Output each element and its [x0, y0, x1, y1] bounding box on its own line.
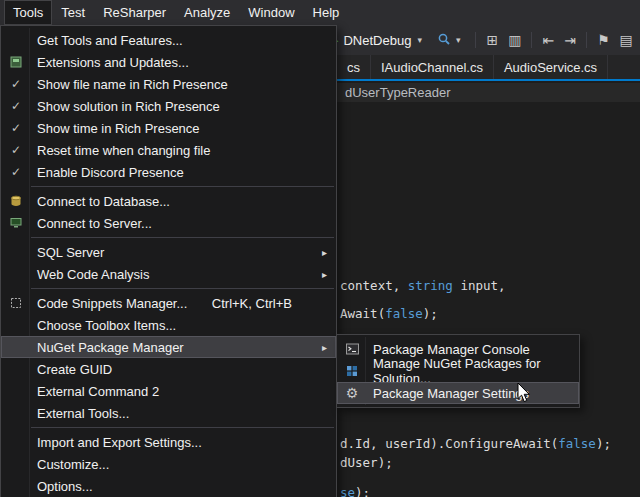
- new-window-icon[interactable]: ⊞: [486, 33, 498, 47]
- extensions-icon: [5, 56, 27, 68]
- menu-item-label: Extensions and Updates...: [37, 55, 189, 70]
- code-line: context, string input,: [340, 278, 506, 293]
- menu-item-external-command-2[interactable]: External Command 2: [1, 380, 336, 402]
- database-icon: [5, 195, 27, 207]
- menu-item-connect-to-database[interactable]: Connect to Database...: [1, 190, 336, 212]
- menu-item-shortcut: Ctrl+K, Ctrl+B: [212, 296, 292, 311]
- submenu-arrow-icon: ▸: [322, 342, 327, 353]
- nuget-submenu: Package Manager Console Manage NuGet Pac…: [336, 334, 580, 408]
- menu-item-label: Web Code Analysis: [37, 267, 150, 282]
- menu-item-extensions-and-updates[interactable]: Extensions and Updates...: [1, 51, 336, 73]
- menu-item-get-tools-and-features[interactable]: Get Tools and Features...: [1, 29, 336, 51]
- menubar-item-help[interactable]: Help: [304, 0, 349, 25]
- run-target-caret-icon[interactable]: ▾: [417, 35, 422, 45]
- menu-separator: [31, 186, 334, 187]
- menubar-item-test[interactable]: Test: [52, 0, 94, 25]
- menu-bar: Tools Test ReSharper Analyze Window Help: [0, 0, 640, 25]
- menu-item-label: Show time in Rich Presence: [37, 121, 200, 136]
- menu-item-label: Code Snippets Manager...: [37, 296, 187, 311]
- check-icon: ✓: [5, 78, 27, 90]
- menu-item-code-snippets-manager[interactable]: Code Snippets Manager... Ctrl+K, Ctrl+B: [1, 292, 336, 314]
- switch-window-icon[interactable]: ▥: [508, 33, 521, 47]
- toolbar-separator: [475, 32, 476, 48]
- check-icon: ✓: [5, 122, 27, 134]
- menu-item-label: Package Manager Console: [373, 342, 530, 357]
- find-icon[interactable]: [437, 32, 451, 48]
- task-list-icon[interactable]: ▤: [619, 33, 632, 47]
- tab-iaudiochannel[interactable]: IAudioChannel.cs: [371, 55, 494, 79]
- menu-item-label: Enable Discord Presence: [37, 165, 184, 180]
- menu-item-label: Connect to Server...: [37, 216, 152, 231]
- menu-item-label: External Command 2: [37, 384, 159, 399]
- menu-item-label: Customize...: [37, 457, 109, 472]
- menu-item-create-guid[interactable]: Create GUID: [1, 358, 336, 380]
- menu-separator: [31, 237, 334, 238]
- menu-item-label: Show file name in Rich Presence: [37, 77, 228, 92]
- mouse-cursor-icon: [517, 383, 533, 405]
- code-line: dUser);: [340, 455, 393, 470]
- menu-item-label: Choose Toolbox Items...: [37, 318, 176, 333]
- breadcrumb[interactable]: dUserTypeReader: [345, 85, 451, 100]
- check-icon: ✓: [5, 144, 27, 156]
- menu-item-show-solution-in-rich-presence[interactable]: ✓Show solution in Rich Presence: [1, 95, 336, 117]
- packages-icon: [341, 365, 363, 377]
- menu-item-label: External Tools...: [37, 406, 129, 421]
- menu-item-show-file-name-in-rich-presence[interactable]: ✓Show file name in Rich Presence: [1, 73, 336, 95]
- menubar-item-tools[interactable]: Tools: [4, 0, 52, 25]
- menubar-item-resharper[interactable]: ReSharper: [94, 0, 175, 25]
- menu-item-customize[interactable]: Customize...: [1, 453, 336, 475]
- tab-partial[interactable]: cs: [337, 55, 371, 79]
- tools-menu: Get Tools and Features... Extensions and…: [0, 25, 337, 497]
- menu-item-enable-discord-presence[interactable]: ✓Enable Discord Presence: [1, 161, 336, 183]
- menu-item-import-and-export-settings[interactable]: Import and Export Settings...: [1, 431, 336, 453]
- toolbar-separator: [586, 32, 587, 48]
- menu-item-show-time-in-rich-presence[interactable]: ✓Show time in Rich Presence: [1, 117, 336, 139]
- menu-item-reset-time-when-changing-file[interactable]: ✓Reset time when changing file: [1, 139, 336, 161]
- menu-item-options[interactable]: Options...: [1, 475, 336, 497]
- tab-audioservice[interactable]: AudioService.cs: [494, 55, 608, 79]
- menu-item-label: Create GUID: [37, 362, 112, 377]
- code-line: se);: [340, 485, 370, 497]
- find-caret-icon[interactable]: ▾: [456, 35, 461, 45]
- menu-item-label: Package Manager Settings: [373, 386, 529, 401]
- check-icon: ✓: [5, 166, 27, 178]
- indent-increase-icon[interactable]: ⇥: [564, 33, 576, 47]
- menu-item-external-tools[interactable]: External Tools...: [1, 402, 336, 424]
- menu-separator: [31, 288, 334, 289]
- menu-item-nuget-package-manager[interactable]: NuGet Package Manager▸: [1, 336, 336, 358]
- menu-item-sql-server[interactable]: SQL Server▸: [1, 241, 336, 263]
- console-icon: [341, 343, 363, 355]
- menu-item-label: Import and Export Settings...: [37, 435, 202, 450]
- toolbar-separator: [531, 32, 532, 48]
- vs-window: context, string input, Await(false); d.I…: [0, 0, 640, 497]
- menubar-item-analyze[interactable]: Analyze: [175, 0, 239, 25]
- menu-item-package-manager-settings[interactable]: ⚙ Package Manager Settings: [337, 382, 579, 404]
- code-line: d.Id, userId).ConfigureAwait(false);: [340, 436, 611, 451]
- menu-item-web-code-analysis[interactable]: Web Code Analysis▸: [1, 263, 336, 285]
- gear-icon: ⚙: [341, 386, 363, 400]
- code-line: Await(false);: [340, 306, 438, 321]
- menu-item-label: Options...: [37, 479, 93, 494]
- snippets-icon: [5, 297, 27, 309]
- menu-item-manage-nuget-packages-for-solution[interactable]: Manage NuGet Packages for Solution...: [337, 360, 579, 382]
- menu-separator: [31, 427, 334, 428]
- menu-item-label: SQL Server: [37, 245, 104, 260]
- menu-item-label: Get Tools and Features...: [37, 33, 183, 48]
- server-icon: [5, 217, 27, 229]
- indent-decrease-icon[interactable]: ⇤: [542, 33, 554, 47]
- menubar-item-window[interactable]: Window: [239, 0, 303, 25]
- menu-item-choose-toolbox-items[interactable]: Choose Toolbox Items...: [1, 314, 336, 336]
- menu-item-label: Show solution in Rich Presence: [37, 99, 220, 114]
- run-target-label[interactable]: DNetDebug: [343, 33, 411, 48]
- menu-item-connect-to-server[interactable]: Connect to Server...: [1, 212, 336, 234]
- menu-item-label: Reset time when changing file: [37, 143, 210, 158]
- submenu-arrow-icon: ▸: [322, 247, 327, 258]
- menu-item-label: Connect to Database...: [37, 194, 170, 209]
- bookmark-icon[interactable]: ⚑: [597, 33, 610, 47]
- menu-item-label: NuGet Package Manager: [37, 340, 184, 355]
- check-icon: ✓: [5, 100, 27, 112]
- submenu-arrow-icon: ▸: [322, 269, 327, 280]
